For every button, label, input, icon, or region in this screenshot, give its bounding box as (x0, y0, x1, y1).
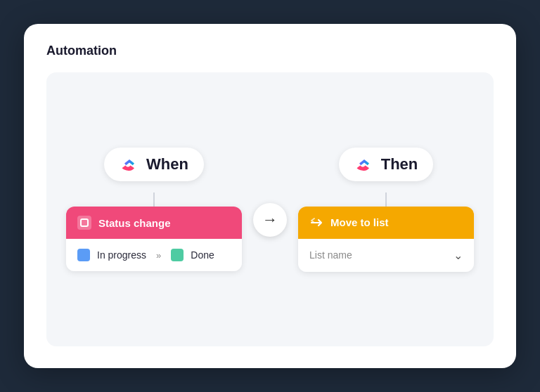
automation-area: When Status change In progre (46, 72, 494, 346)
then-label: Then (381, 155, 418, 174)
then-pill[interactable]: Then (339, 148, 434, 181)
action-label: Move to list (330, 216, 389, 228)
clickup-logo-when (120, 155, 139, 174)
flow-arrow: → (253, 203, 287, 237)
to-status-dot (171, 249, 184, 261)
list-name-placeholder: List name (309, 249, 352, 261)
card-title: Automation (46, 44, 494, 58)
when-label: When (146, 155, 188, 174)
svg-rect-0 (81, 219, 88, 226)
when-column: When Status change In progre (66, 148, 242, 271)
to-status-label: Done (191, 249, 214, 261)
clickup-logo-then (354, 155, 374, 174)
status-icon (77, 216, 91, 230)
status-arrow: » (156, 250, 161, 261)
trigger-label: Status change (98, 217, 171, 229)
flow-container: When Status change In progre (66, 148, 474, 272)
then-connector (385, 192, 387, 207)
from-status-label: In progress (97, 249, 146, 261)
move-icon (309, 216, 323, 230)
status-block-header: Status change (66, 207, 242, 239)
list-name-row[interactable]: List name ⌄ (298, 239, 474, 272)
automation-card: Automation (24, 24, 516, 368)
chevron-down-icon: ⌄ (454, 249, 463, 262)
when-pill[interactable]: When (104, 148, 204, 181)
status-block-body: In progress » Done (66, 239, 242, 271)
action-block[interactable]: Move to list List name ⌄ (298, 207, 474, 272)
status-block[interactable]: Status change In progress » Done (66, 207, 242, 271)
then-column: Then Move to list List n (298, 148, 474, 272)
when-connector (153, 192, 155, 207)
action-block-header: Move to list (298, 207, 474, 239)
from-status-dot (77, 249, 90, 261)
arrow-symbol: → (262, 211, 278, 229)
